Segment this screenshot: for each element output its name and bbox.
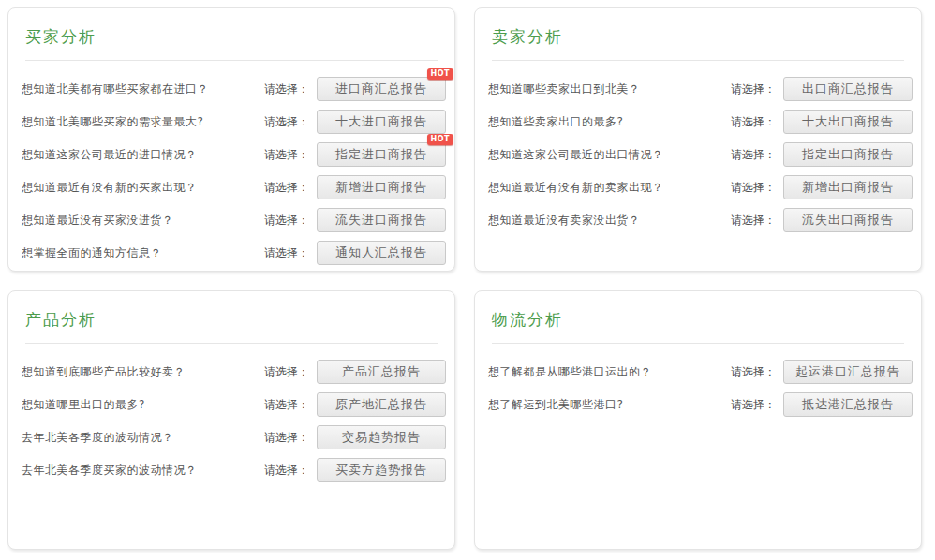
- report-row: 想知道这家公司最近的出口情况？ 请选择： 指定出口商报告: [488, 142, 913, 167]
- select-label: 请选择：: [264, 81, 309, 97]
- panel-title: 物流分析: [492, 309, 904, 331]
- report-button[interactable]: 指定进口商报告: [317, 142, 446, 167]
- report-button[interactable]: 新增进口商报告: [317, 175, 446, 199]
- report-button-wrap: 流失进口商报告: [317, 208, 446, 232]
- report-button-wrap: 交易趋势报告: [317, 425, 446, 449]
- select-label: 请选择：: [264, 364, 309, 380]
- report-button[interactable]: 流失出口商报告: [783, 208, 913, 232]
- panel-buyer-analysis: 买家分析 想知道北美都有哪些买家都在进口？ 请选择： 进口商汇总报告 HOT 想…: [7, 7, 455, 272]
- select-label: 请选择：: [264, 463, 309, 479]
- report-row: 想知道些卖家出口的最多? 请选择： 十大出口商报告: [488, 110, 913, 134]
- select-label: 请选择：: [731, 397, 776, 413]
- report-button[interactable]: 指定出口商报告: [783, 142, 913, 167]
- report-row: 想知道最近没有卖家没出货？ 请选择： 流失出口商报告: [488, 208, 913, 232]
- panel-rows: 想了解都是从哪些港口运出的？ 请选择： 起运港口汇总报告 想了解运到北美哪些港口…: [475, 344, 921, 417]
- select-label: 请选择：: [264, 430, 309, 446]
- report-button[interactable]: 通知人汇总报告: [317, 241, 446, 265]
- report-button-wrap: 流失出口商报告: [783, 208, 913, 232]
- panel-rows: 想知道到底哪些产品比较好卖？ 请选择： 产品汇总报告 想知道哪里出口的最多? 请…: [8, 344, 454, 482]
- question-label: 想知道这家公司最近的进口情况？: [22, 147, 264, 163]
- question-label: 去年北美各季度的波动情况？: [22, 430, 264, 446]
- question-label: 想知道哪里出口的最多?: [22, 397, 264, 413]
- question-label: 想了解都是从哪些港口运出的？: [488, 364, 731, 380]
- select-label: 请选择：: [264, 245, 309, 261]
- report-button-wrap: 进口商汇总报告 HOT: [317, 77, 446, 101]
- report-row: 想知道最近有没有新的卖家出现？ 请选择： 新增出口商报告: [488, 175, 913, 199]
- report-button[interactable]: 新增出口商报告: [783, 175, 913, 199]
- report-row: 想知道到底哪些产品比较好卖？ 请选择： 产品汇总报告: [22, 360, 446, 384]
- report-button-wrap: 指定出口商报告: [783, 142, 913, 167]
- report-button-wrap: 出口商汇总报告: [783, 77, 913, 101]
- report-row: 想知道这家公司最近的进口情况？ 请选择： 指定进口商报告 HOT: [22, 142, 446, 167]
- report-row: 想了解都是从哪些港口运出的？ 请选择： 起运港口汇总报告: [488, 360, 913, 384]
- panel-rows: 想知道哪些卖家出口到北美？ 请选择： 出口商汇总报告 想知道些卖家出口的最多? …: [475, 61, 921, 232]
- report-button[interactable]: 买卖方趋势报告: [317, 458, 446, 482]
- question-label: 想知道北美都有哪些买家都在进口？: [22, 81, 264, 97]
- question-label: 想知道最近有没有新的买家出现？: [22, 180, 264, 196]
- hot-badge: HOT: [427, 134, 453, 145]
- select-label: 请选择：: [731, 114, 776, 130]
- question-label: 想了解运到北美哪些港口?: [488, 397, 731, 413]
- select-label: 请选择：: [731, 364, 776, 380]
- panel-logistics-analysis: 物流分析 想了解都是从哪些港口运出的？ 请选择： 起运港口汇总报告 想了解运到北…: [474, 290, 922, 550]
- report-button-wrap: 产品汇总报告: [317, 360, 446, 384]
- question-label: 想知道最近没有卖家没出货？: [488, 213, 731, 228]
- question-label: 想知道到底哪些产品比较好卖？: [22, 364, 264, 380]
- question-label: 想知道些卖家出口的最多?: [488, 114, 731, 130]
- dashboard-grid: 买家分析 想知道北美都有哪些买家都在进口？ 请选择： 进口商汇总报告 HOT 想…: [7, 7, 928, 550]
- report-button[interactable]: 交易趋势报告: [317, 425, 446, 449]
- panel-title: 产品分析: [25, 309, 438, 331]
- question-label: 想知道哪些卖家出口到北美？: [488, 81, 731, 97]
- report-button[interactable]: 进口商汇总报告: [317, 77, 446, 101]
- select-label: 请选择：: [264, 147, 309, 163]
- question-label: 想掌握全面的通知方信息？: [22, 245, 264, 261]
- report-button-wrap: 新增进口商报告: [317, 175, 446, 199]
- report-button[interactable]: 十大出口商报告: [783, 110, 913, 134]
- report-button-wrap: 通知人汇总报告: [317, 241, 446, 265]
- report-button-wrap: 原产地汇总报告: [317, 392, 446, 417]
- report-button[interactable]: 原产地汇总报告: [317, 392, 446, 417]
- select-label: 请选择：: [731, 147, 776, 163]
- report-button[interactable]: 产品汇总报告: [317, 360, 446, 384]
- hot-badge: HOT: [427, 68, 453, 80]
- select-label: 请选择：: [264, 397, 309, 413]
- panel-seller-analysis: 卖家分析 想知道哪些卖家出口到北美？ 请选择： 出口商汇总报告 想知道些卖家出口…: [474, 7, 922, 272]
- report-button-wrap: 抵达港汇总报告: [783, 392, 913, 417]
- select-label: 请选择：: [731, 180, 776, 196]
- panel-title: 买家分析: [25, 26, 438, 48]
- question-label: 想知道最近有没有新的卖家出现？: [488, 180, 731, 196]
- report-row: 想知道最近没有买家没进货？ 请选择： 流失进口商报告: [22, 208, 446, 232]
- report-button[interactable]: 流失进口商报告: [317, 208, 446, 232]
- question-label: 想知道这家公司最近的出口情况？: [488, 147, 731, 163]
- report-row: 想掌握全面的通知方信息？ 请选择： 通知人汇总报告: [22, 241, 446, 265]
- report-button-wrap: 十大出口商报告: [783, 110, 913, 134]
- report-row: 想了解运到北美哪些港口? 请选择： 抵达港汇总报告: [488, 392, 913, 417]
- report-button[interactable]: 十大进口商报告: [317, 110, 446, 134]
- question-label: 想知道最近没有买家没进货？: [22, 213, 264, 228]
- report-button[interactable]: 起运港口汇总报告: [783, 360, 913, 384]
- select-label: 请选择：: [264, 213, 309, 228]
- report-row: 想知道哪些卖家出口到北美？ 请选择： 出口商汇总报告: [488, 77, 913, 101]
- report-row: 去年北美各季度买家的波动情况？ 请选择： 买卖方趋势报告: [22, 458, 446, 482]
- report-row: 想知道最近有没有新的买家出现？ 请选择： 新增进口商报告: [22, 175, 446, 199]
- report-button-wrap: 新增出口商报告: [783, 175, 913, 199]
- select-label: 请选择：: [731, 213, 776, 228]
- report-button-wrap: 买卖方趋势报告: [317, 458, 446, 482]
- select-label: 请选择：: [731, 81, 776, 97]
- report-dashboard: 买家分析 想知道北美都有哪些买家都在进口？ 请选择： 进口商汇总报告 HOT 想…: [0, 0, 935, 557]
- question-label: 想知道北美哪些买家的需求量最大?: [22, 114, 264, 130]
- report-row: 想知道北美哪些买家的需求量最大? 请选择： 十大进口商报告: [22, 110, 446, 134]
- panel-title: 卖家分析: [492, 26, 904, 48]
- report-button-wrap: 指定进口商报告 HOT: [317, 142, 446, 167]
- panel-rows: 想知道北美都有哪些买家都在进口？ 请选择： 进口商汇总报告 HOT 想知道北美哪…: [8, 61, 454, 265]
- report-button[interactable]: 出口商汇总报告: [783, 77, 913, 101]
- question-label: 去年北美各季度买家的波动情况？: [22, 463, 264, 479]
- select-label: 请选择：: [264, 114, 309, 130]
- report-button-wrap: 十大进口商报告: [317, 110, 446, 134]
- report-button[interactable]: 抵达港汇总报告: [783, 392, 913, 417]
- report-row: 想知道哪里出口的最多? 请选择： 原产地汇总报告: [22, 392, 446, 417]
- report-row: 去年北美各季度的波动情况？ 请选择： 交易趋势报告: [22, 425, 446, 449]
- panel-product-analysis: 产品分析 想知道到底哪些产品比较好卖？ 请选择： 产品汇总报告 想知道哪里出口的…: [7, 290, 455, 550]
- report-row: 想知道北美都有哪些买家都在进口？ 请选择： 进口商汇总报告 HOT: [22, 77, 446, 101]
- report-button-wrap: 起运港口汇总报告: [783, 360, 913, 384]
